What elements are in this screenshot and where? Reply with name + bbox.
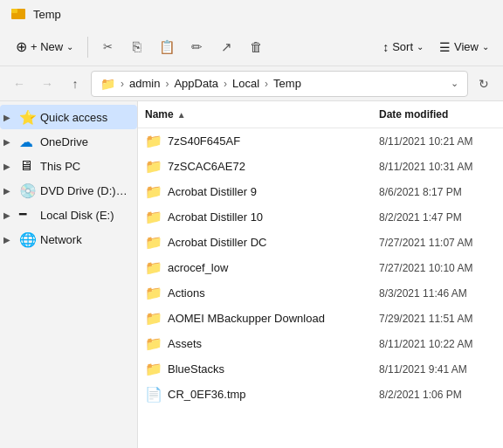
sort-icon: ↕ xyxy=(382,40,389,54)
sort-indicator-icon: ▲ xyxy=(177,110,186,120)
cut-button[interactable]: ✂ xyxy=(93,33,121,61)
file-name-label: Assets xyxy=(168,337,202,350)
file-name-label: CR_0EF36.tmp xyxy=(168,388,246,401)
expand-arrow-onedrive: ▶ xyxy=(0,134,14,148)
file-date-cell: 8/11/2021 9:41 AM xyxy=(372,361,503,378)
share-button[interactable]: ↗ xyxy=(212,33,240,61)
address-chevron-icon[interactable]: ⌄ xyxy=(451,78,458,89)
address-path[interactable]: 📁 › admin › AppData › Local › Temp ⌄ xyxy=(91,71,468,97)
sidebar-item-quick-access[interactable]: ▶ ⭐ Quick access xyxy=(0,105,137,129)
back-button[interactable]: ← xyxy=(7,72,31,96)
up-button[interactable]: ↑ xyxy=(63,72,87,96)
file-type-icon: 📁 xyxy=(145,310,162,327)
title-bar: Temp xyxy=(0,0,503,28)
file-date-cell: 7/27/2021 10:10 AM xyxy=(372,259,503,277)
table-row[interactable]: 📁 acrocef_low 7/27/2021 10:10 AM xyxy=(138,255,503,280)
sidebar-item-label-onedrive: OneDrive xyxy=(40,135,130,148)
path-folder-icon: 📁 xyxy=(100,77,115,91)
quick-access-icon: ⭐ xyxy=(19,109,35,125)
window-icon xyxy=(10,6,26,22)
path-segment-appdata: AppData xyxy=(174,77,218,90)
sidebar-item-onedrive[interactable]: ▶ ☁ OneDrive xyxy=(0,129,137,154)
file-name-cell: 📁 7zSCAC6AE72 xyxy=(138,155,372,177)
file-name-label: Acrobat Distiller 9 xyxy=(168,185,257,198)
file-date-cell: 8/2/2021 1:06 PM xyxy=(372,386,503,403)
file-area: Name ▲ Date modified 📁 7zS40F645AF 8/11/… xyxy=(138,101,503,448)
delete-button[interactable]: 🗑 xyxy=(242,33,270,61)
file-type-icon: 📁 xyxy=(145,209,162,225)
sort-button[interactable]: ↕ Sort ⌄ xyxy=(376,35,431,59)
file-type-icon: 📁 xyxy=(145,183,162,200)
refresh-button[interactable]: ↻ xyxy=(472,72,496,96)
file-type-icon: 📄 xyxy=(145,386,162,403)
table-row[interactable]: 📄 CR_0EF36.tmp 8/2/2021 1:06 PM xyxy=(138,382,503,407)
table-row[interactable]: 📁 Actions 8/3/2021 11:46 AM xyxy=(138,280,503,306)
file-rows-container: 📁 7zS40F645AF 8/11/2021 10:21 AM 📁 7zSCA… xyxy=(138,128,503,407)
sort-label: Sort xyxy=(392,40,413,53)
new-button[interactable]: ⊕ + New ⌄ xyxy=(7,33,82,60)
table-row[interactable]: 📁 7zS40F645AF 8/11/2021 10:21 AM xyxy=(138,128,503,154)
file-name-label: AOMEI MBackupper Download xyxy=(168,312,325,325)
path-segment-temp: Temp xyxy=(273,77,301,90)
view-button[interactable]: ☰ View ⌄ xyxy=(432,35,496,59)
view-chevron-icon: ⌄ xyxy=(482,42,489,52)
toolbar: ⊕ + New ⌄ ✂ ⎘ 📋 ✏ ↗ 🗑 ↕ Sort ⌄ ☰ View ⌄ xyxy=(0,28,503,66)
path-sep-2: › xyxy=(224,78,227,90)
file-date-cell: 8/2/2021 1:47 PM xyxy=(372,209,503,226)
table-row[interactable]: 📁 Acrobat Distiller 9 8/6/2021 8:17 PM xyxy=(138,179,503,204)
file-name-label: acrocef_low xyxy=(168,261,228,274)
table-row[interactable]: 📁 Acrobat Distiller DC 7/27/2021 11:07 A… xyxy=(138,230,503,255)
file-name-label: Acrobat Distiller DC xyxy=(168,236,266,249)
table-row[interactable]: 📁 Assets 8/11/2021 10:22 AM xyxy=(138,331,503,356)
file-type-icon: 📁 xyxy=(145,285,162,301)
this-pc-icon: 🖥 xyxy=(19,158,35,174)
file-date-cell: 8/11/2021 10:22 AM xyxy=(372,335,503,353)
sort-chevron-icon: ⌄ xyxy=(417,42,424,52)
file-name-cell: 📁 7zS40F645AF xyxy=(138,130,372,152)
sidebar-item-dvd-drive[interactable]: ▶ 💿 DVD Drive (D:) CCSA xyxy=(0,178,137,203)
sidebar-item-label-quick-access: Quick access xyxy=(40,111,130,124)
table-row[interactable]: 📁 AOMEI MBackupper Download 7/29/2021 11… xyxy=(138,306,503,331)
file-list-header: Name ▲ Date modified xyxy=(138,101,503,128)
sidebar: ▶ ⭐ Quick access ▶ ☁ OneDrive ▶ 🖥 This P… xyxy=(0,101,138,448)
sidebar-item-label-local-disk: Local Disk (E:) xyxy=(40,209,130,222)
forward-button[interactable]: → xyxy=(35,72,59,96)
column-date-label: Date modified xyxy=(379,108,448,121)
file-name-label: 7zS40F645AF xyxy=(168,134,240,148)
file-name-cell: 📁 Assets xyxy=(138,333,372,355)
sidebar-item-label-network: Network xyxy=(40,233,130,246)
local-disk-icon: ━ xyxy=(19,207,35,223)
path-segment-admin: admin xyxy=(129,77,160,90)
file-name-cell: 📁 acrocef_low xyxy=(138,257,372,279)
sidebar-item-this-pc[interactable]: ▶ 🖥 This PC xyxy=(0,154,137,178)
paste-button[interactable]: 📋 xyxy=(153,33,181,61)
copy-button[interactable]: ⎘ xyxy=(123,33,151,61)
sidebar-item-local-disk[interactable]: ▶ ━ Local Disk (E:) xyxy=(0,203,137,227)
window-title: Temp xyxy=(33,8,61,21)
expand-arrow-local-disk: ▶ xyxy=(0,208,14,222)
file-name-cell: 📁 AOMEI MBackupper Download xyxy=(138,307,372,329)
file-name-cell: 📄 CR_0EF36.tmp xyxy=(138,383,372,405)
table-row[interactable]: 📁 7zSCAC6AE72 8/11/2021 10:31 AM xyxy=(138,154,503,179)
dvd-icon: 💿 xyxy=(19,183,35,198)
table-row[interactable]: 📁 BlueStacks 8/11/2021 9:41 AM xyxy=(138,356,503,382)
file-date-cell: 8/6/2021 8:17 PM xyxy=(372,183,503,201)
column-date-modified[interactable]: Date modified xyxy=(372,105,503,124)
table-row[interactable]: 📁 Acrobat Distiller 10 8/2/2021 1:47 PM xyxy=(138,204,503,230)
main-layout: ▶ ⭐ Quick access ▶ ☁ OneDrive ▶ 🖥 This P… xyxy=(0,101,503,448)
file-date-cell: 7/29/2021 11:51 AM xyxy=(372,310,503,327)
new-plus-icon: ⊕ xyxy=(16,38,27,55)
column-name[interactable]: Name ▲ xyxy=(138,105,372,124)
path-sep-0: › xyxy=(121,78,124,90)
file-date-cell: 8/3/2021 11:46 AM xyxy=(372,285,503,302)
sidebar-item-network[interactable]: ▶ 🌐 Network xyxy=(0,227,137,252)
file-date-cell: 7/27/2021 11:07 AM xyxy=(372,234,503,252)
toolbar-divider-1 xyxy=(87,37,88,58)
view-icon: ☰ xyxy=(439,40,451,54)
view-label: View xyxy=(454,40,479,53)
file-name-cell: 📁 Acrobat Distiller 10 xyxy=(138,206,372,228)
file-type-icon: 📁 xyxy=(145,259,162,276)
file-name-label: BlueStacks xyxy=(168,362,224,376)
rename-button[interactable]: ✏ xyxy=(183,33,210,61)
expand-arrow-this-pc: ▶ xyxy=(0,159,14,173)
